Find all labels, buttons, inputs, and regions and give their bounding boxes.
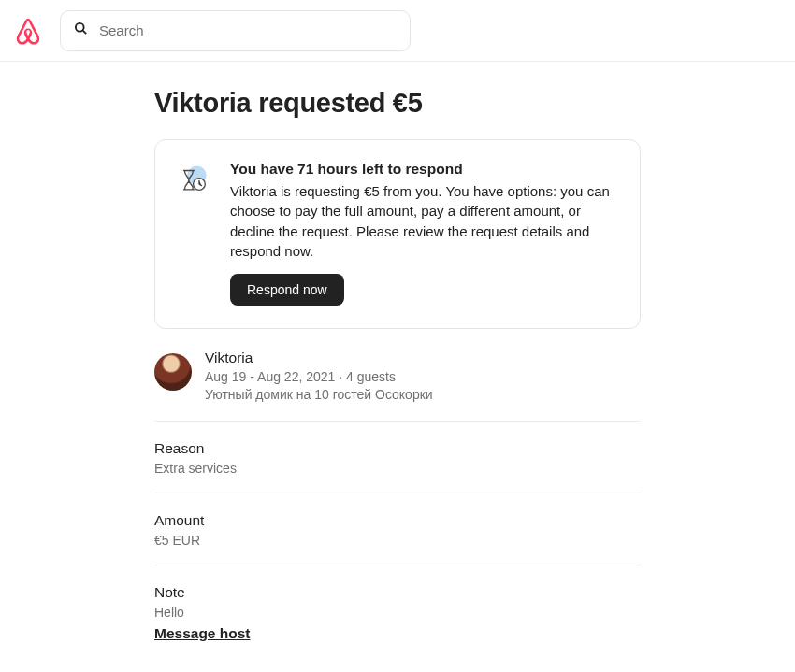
page-content: Viktoria requested €5 You have 71 hours …	[154, 62, 641, 672]
reason-label: Reason	[154, 440, 641, 457]
search-container[interactable]	[60, 10, 411, 51]
hourglass-clock-icon	[178, 163, 210, 194]
section-note: Note Hello Message host	[154, 565, 641, 651]
amount-label: Amount	[154, 512, 641, 529]
app-header	[0, 0, 795, 62]
section-amount: Amount €5 EUR	[154, 493, 641, 565]
avatar[interactable]	[154, 353, 192, 391]
note-value: Hello	[154, 605, 641, 620]
search-icon	[74, 21, 88, 39]
svg-point-0	[76, 23, 84, 32]
alert-description: Viktoria is requesting €5 from you. You …	[230, 181, 617, 261]
section-reason: Reason Extra services	[154, 422, 641, 493]
page-title: Viktoria requested €5	[154, 88, 641, 119]
search-input[interactable]	[99, 22, 397, 38]
requester-details: Viktoria Aug 19 - Aug 22, 2021 · 4 guest…	[205, 350, 433, 404]
requester-block: Viktoria Aug 19 - Aug 22, 2021 · 4 guest…	[154, 350, 641, 422]
amount-value: €5 EUR	[154, 533, 641, 548]
airbnb-logo[interactable]	[15, 17, 41, 45]
message-host-link[interactable]: Message host	[154, 625, 251, 642]
reason-value: Extra services	[154, 461, 641, 476]
respond-now-button[interactable]: Respond now	[230, 274, 344, 306]
requester-listing: Уютный домик на 10 гостей Осокорки	[205, 386, 433, 404]
alert-title: You have 71 hours left to respond	[230, 161, 617, 178]
requester-dates: Aug 19 - Aug 22, 2021 · 4 guests	[205, 368, 433, 386]
respond-alert: You have 71 hours left to respond Viktor…	[154, 139, 641, 329]
svg-line-1	[83, 31, 86, 34]
requester-name: Viktoria	[205, 350, 433, 366]
note-label: Note	[154, 584, 641, 601]
alert-body: You have 71 hours left to respond Viktor…	[230, 161, 617, 306]
